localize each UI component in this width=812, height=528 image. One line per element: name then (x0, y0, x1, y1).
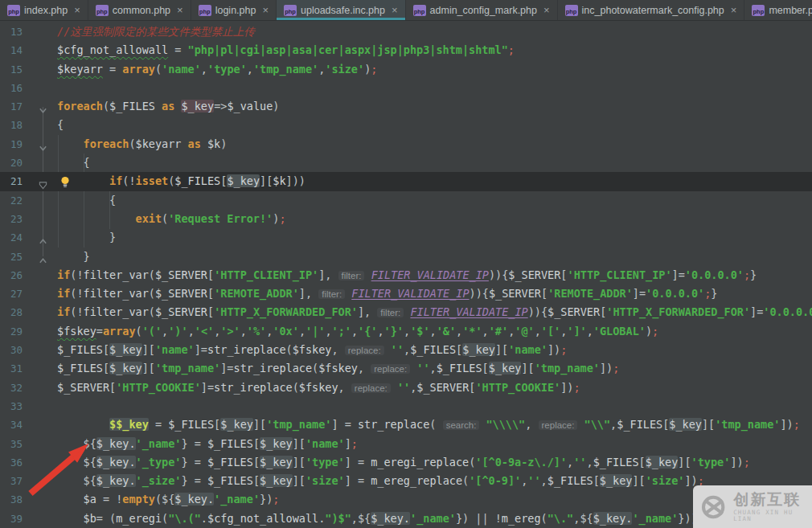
code-text: if(!filter_var($_SERVER['REMOTE_ADDR'], … (51, 284, 812, 303)
code-line[interactable]: 21 if(!isset($_FILES[$_key][$k])) (0, 172, 812, 190)
gutter[interactable]: 17 (0, 97, 51, 116)
code-line[interactable]: 26if(!filter_var($_SERVER['HTTP_CLIENT_I… (0, 266, 812, 284)
code-line[interactable]: 28if(!filter_var($_SERVER['HTTP_X_FORWAR… (0, 303, 812, 321)
tab-label: login.php (215, 5, 256, 16)
gutter[interactable]: 22 (0, 191, 51, 210)
code-text: $_FILES[$_key]['tmp_name']=str_ireplace(… (51, 359, 812, 378)
gutter[interactable]: 35 (0, 435, 51, 453)
code-line[interactable]: 27if(!filter_var($_SERVER['REMOTE_ADDR']… (0, 284, 812, 303)
code-line[interactable]: 19 foreach($keyarr as $k) (0, 135, 812, 153)
gutter[interactable]: 28 (0, 303, 51, 321)
gutter[interactable]: 24 (0, 228, 51, 247)
line-number: 24 (0, 228, 23, 247)
tab-close-icon[interactable]: × (74, 5, 80, 15)
code-line[interactable]: 32$_SERVER['HTTP_COOKIE']=str_ireplace($… (0, 379, 812, 397)
gutter[interactable]: 29 (0, 322, 51, 341)
editor-tabs: phpindex.php×phpcommon.php×phplogin.php×… (0, 0, 812, 21)
fold-marker-icon[interactable] (39, 102, 47, 111)
gutter[interactable]: 19 (0, 135, 51, 153)
tab-label: index.php (24, 5, 68, 16)
gutter[interactable]: 32 (0, 379, 51, 397)
php-file-icon: php (752, 5, 765, 16)
gutter[interactable]: 23 (0, 210, 51, 228)
code-line[interactable]: 25 } (0, 248, 812, 266)
code-line[interactable]: 15$keyarr = array('name','type','tmp_nam… (0, 60, 812, 79)
code-text: } (51, 248, 812, 266)
code-editor[interactable]: 13//这里强制限定的某些文件类型禁止上传14$cfg_not_allowall… (0, 21, 812, 528)
code-line[interactable]: 13//这里强制限定的某些文件类型禁止上传 (0, 23, 812, 41)
code-line[interactable]: 35 ${$_key.'_name'} = $_FILES[$_key]['na… (0, 435, 812, 453)
gutter[interactable]: 14 (0, 41, 51, 59)
editor-tab[interactable]: phpmember.php× (744, 0, 812, 20)
code-line[interactable]: 31$_FILES[$_key]['tmp_name']=str_ireplac… (0, 359, 812, 378)
code-text: ${$_key.'_name'} = $_FILES[$_key]['name'… (51, 435, 812, 453)
gutter[interactable]: 31 (0, 359, 51, 378)
php-file-icon: php (413, 5, 426, 16)
code-line[interactable]: 14$cfg_not_allowall = "php|pl|cgi|asp|as… (0, 41, 812, 59)
intention-bulb-icon[interactable] (60, 175, 70, 187)
code-line[interactable]: 22 { (0, 191, 812, 210)
code-line[interactable]: 38 $a = !empty(${$_key.'_name'}); (0, 490, 812, 509)
watermark-en-text: CHUANG XIN HU LIAN (733, 510, 812, 522)
code-text: //这里强制限定的某些文件类型禁止上传 (51, 23, 812, 41)
code-text: $_FILES[$_key]['name']=str_ireplace($fsk… (51, 341, 812, 359)
code-line[interactable]: 17foreach($_FILES as $_key=>$_value) (0, 97, 812, 116)
gutter[interactable]: 37 (0, 472, 51, 490)
code-line[interactable]: 20 { (0, 153, 812, 172)
code-line[interactable]: 33 (0, 397, 812, 415)
editor-tab[interactable]: phpadmin_config_mark.php× (406, 0, 558, 20)
gutter[interactable]: 25 (0, 248, 51, 266)
gutter[interactable]: 38 (0, 490, 51, 509)
editor-tab[interactable]: phplogin.php× (191, 0, 277, 20)
code-text: $fskey=array('(',')','<','>','%','0x','|… (51, 322, 812, 341)
fold-marker-icon[interactable] (39, 177, 47, 186)
line-number: 36 (0, 453, 23, 472)
gutter[interactable]: 21 (0, 172, 51, 190)
fold-marker-icon[interactable] (39, 233, 47, 242)
gutter[interactable]: 33 (0, 397, 51, 415)
gutter[interactable]: 16 (0, 79, 51, 97)
code-line[interactable]: 37 ${$_key.'_size'} = $_FILES[$_key]['si… (0, 472, 812, 490)
line-number: 20 (0, 153, 23, 172)
code-line[interactable]: 18{ (0, 116, 812, 134)
line-number: 15 (0, 60, 23, 79)
tab-close-icon[interactable]: × (262, 5, 269, 15)
code-line[interactable]: 23 exit('Request Error!'); (0, 210, 812, 228)
watermark-logo-icon (699, 492, 728, 522)
fold-marker-icon[interactable] (39, 252, 47, 261)
tab-close-icon[interactable]: × (392, 5, 398, 15)
editor-tab[interactable]: phpcommon.php× (88, 0, 191, 20)
gutter[interactable]: 26 (0, 266, 51, 284)
gutter[interactable]: 15 (0, 60, 51, 79)
line-number: 28 (0, 303, 23, 321)
gutter[interactable]: 39 (0, 510, 51, 528)
fold-marker-icon[interactable] (39, 140, 47, 149)
code-line[interactable]: 36 ${$_key.'_type'} = $_FILES[$_key]['ty… (0, 453, 812, 472)
code-line[interactable]: 34 $$_key = $_FILES[$_key]['tmp_name'] =… (0, 415, 812, 434)
tab-close-icon[interactable]: × (731, 5, 737, 15)
editor-tab[interactable]: phpuploadsafe.inc.php× (277, 0, 406, 20)
line-number: 30 (0, 341, 23, 359)
code-text: foreach($keyarr as $k) (51, 135, 812, 153)
code-text: ${$_key.'_type'} = $_FILES[$_key]['type'… (51, 453, 812, 472)
gutter[interactable]: 13 (0, 23, 51, 41)
code-line[interactable]: 30$_FILES[$_key]['name']=str_ireplace($f… (0, 341, 812, 359)
code-text: { (51, 116, 812, 134)
gutter[interactable]: 27 (0, 284, 51, 303)
code-line[interactable]: 29$fskey=array('(',')','<','>','%','0x',… (0, 322, 812, 341)
line-number: 33 (0, 397, 23, 415)
tab-close-icon[interactable]: × (543, 5, 550, 15)
gutter[interactable]: 20 (0, 153, 51, 172)
editor-tab[interactable]: phpindex.php× (0, 0, 88, 20)
tab-label: uploadsafe.inc.php (301, 5, 385, 16)
gutter[interactable]: 30 (0, 341, 51, 359)
gutter[interactable]: 18 (0, 116, 51, 134)
gutter[interactable]: 36 (0, 453, 51, 472)
code-line[interactable]: 24 } (0, 228, 812, 247)
tab-close-icon[interactable]: × (177, 5, 183, 15)
line-number: 29 (0, 322, 23, 341)
code-line[interactable]: 39 $b= (m_eregi("\.(".$cfg_not_allowall.… (0, 510, 812, 528)
gutter[interactable]: 34 (0, 415, 51, 434)
code-line[interactable]: 16 (0, 79, 812, 97)
editor-tab[interactable]: phpinc_photowatermark_config.php× (558, 0, 745, 20)
